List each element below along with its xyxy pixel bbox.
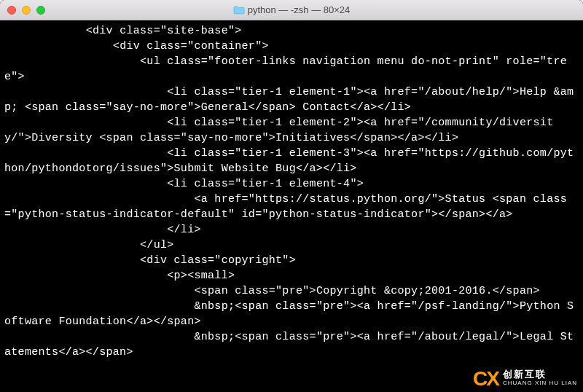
watermark-logo: CX [473, 375, 498, 383]
window-title: python — -zsh — 80×24 [0, 4, 583, 15]
watermark: CX 创新互联 CHUANG XIN HU LIAN [473, 370, 577, 388]
folder-icon [233, 6, 243, 14]
terminal-line: </ul> [4, 238, 579, 253]
terminal-line: <a href="https://status.python.org/">Sta… [4, 192, 579, 222]
window-title-text: python — -zsh — 80×24 [248, 4, 351, 15]
terminal-line: &nbsp;<span class="pre"><a href="/psf-la… [4, 299, 579, 329]
watermark-text: 创新互联 CHUANG XIN HU LIAN [503, 370, 577, 388]
terminal-line: <div class="container"> [4, 39, 579, 54]
watermark-name-py: CHUANG XIN HU LIAN [503, 379, 577, 388]
terminal-line: <li class="tier-1 element-3"><a href="ht… [4, 146, 579, 176]
terminal-line: <div class="copyright"> [4, 253, 579, 268]
terminal-line: </li> [4, 222, 579, 238]
terminal-line: <li class="tier-1 element-1"><a href="/a… [4, 85, 579, 115]
terminal-line: <p><small> [4, 268, 579, 283]
terminal-window: python — -zsh — 80×24 <div class="site-b… [0, 0, 583, 392]
terminal-line: &nbsp;<span class="pre"><a href="/about/… [4, 329, 579, 360]
terminal-line: <li class="tier-1 element-2"><a href="/c… [4, 115, 579, 146]
titlebar[interactable]: python — -zsh — 80×24 [0, 0, 583, 20]
terminal-line: <li class="tier-1 element-4"> [4, 176, 579, 192]
close-icon[interactable] [7, 6, 16, 15]
terminal-line: <ul class="footer-links navigation menu … [4, 54, 579, 85]
terminal-line: <div class="site-base"> [4, 23, 579, 39]
traffic-lights [0, 6, 45, 15]
terminal-line: <span class="pre">Copyright &copy;2001-2… [4, 283, 579, 299]
terminal-output[interactable]: <div class="site-base"> <div class="cont… [0, 20, 583, 392]
watermark-name-cn: 创新互联 [503, 370, 577, 379]
minimize-icon[interactable] [22, 6, 31, 15]
zoom-icon[interactable] [36, 6, 45, 15]
